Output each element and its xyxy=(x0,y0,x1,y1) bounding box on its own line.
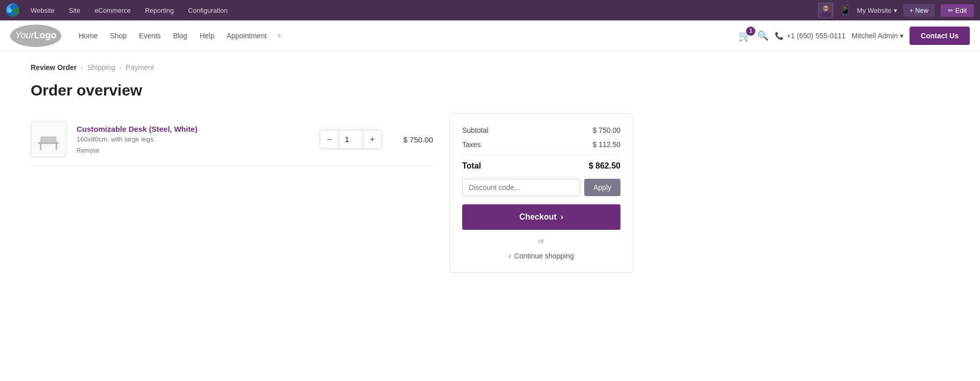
product-variant: 160x80cm, with large legs. xyxy=(77,135,309,143)
breadcrumb: Review Order › Shipping › Payment xyxy=(31,63,633,72)
subtotal-row: Subtotal $ 750.00 xyxy=(462,126,620,134)
qty-input[interactable] xyxy=(339,130,363,149)
subtotal-value: $ 750.00 xyxy=(593,126,621,134)
qty-decrease-button[interactable]: − xyxy=(320,130,339,149)
nav-appointment[interactable]: Appointment xyxy=(222,28,272,44)
phone-number: +1 (650) 555-0111 xyxy=(786,32,846,40)
qty-control[interactable]: − + xyxy=(320,130,382,149)
nav-shop[interactable]: Shop xyxy=(105,28,132,44)
total-row: Total $ 862.50 xyxy=(462,155,620,171)
remove-link[interactable]: Remove xyxy=(77,147,100,154)
search-button[interactable]: 🔍 xyxy=(757,30,769,41)
discount-row: Apply xyxy=(462,179,620,196)
nav-blog[interactable]: Blog xyxy=(168,28,193,44)
checkout-arrow: › xyxy=(561,212,563,222)
nav-links: Home Shop Events Blog Help Appointment + xyxy=(74,28,285,44)
cart-button[interactable]: 🛒 1 xyxy=(738,30,751,42)
breadcrumb-sep2: › xyxy=(119,63,122,72)
checkout-button[interactable]: Checkout › xyxy=(462,204,620,230)
cart-badge: 1 xyxy=(746,27,755,36)
taxes-value: $ 112.50 xyxy=(593,140,621,149)
nav-help[interactable]: Help xyxy=(195,28,220,44)
svg-rect-12 xyxy=(56,144,57,150)
or-divider: or xyxy=(462,237,620,245)
breadcrumb-sep1: › xyxy=(81,63,83,72)
svg-rect-11 xyxy=(40,144,41,150)
user-dropdown-arrow: ▾ xyxy=(900,32,903,40)
subtotal-label: Subtotal xyxy=(462,126,488,134)
svg-rect-5 xyxy=(821,13,831,17)
contact-us-button[interactable]: Contact Us xyxy=(910,27,970,45)
table-row: Customizable Desk (Steel, White) 160x80c… xyxy=(31,113,433,166)
taxes-label: Taxes xyxy=(462,140,481,149)
continue-arrow-icon: ‹ xyxy=(509,252,511,260)
new-button[interactable]: + New xyxy=(903,4,935,17)
nav-right: 🛒 1 🔍 📞 +1 (650) 555-0111 Mitchell Admin… xyxy=(738,27,970,45)
user-dropdown[interactable]: Mitchell Admin ▾ xyxy=(852,32,903,40)
continue-label: Continue shopping xyxy=(514,252,574,260)
product-image xyxy=(31,122,66,157)
product-name[interactable]: Customizable Desk (Steel, White) xyxy=(77,125,309,133)
nav-add-button[interactable]: + xyxy=(274,29,284,42)
admin-bar: Website Site eCommerce Reporting Configu… xyxy=(0,0,980,20)
breadcrumb-step1[interactable]: Review Order xyxy=(31,63,77,72)
odoo-logo[interactable] xyxy=(6,4,19,17)
nav-events[interactable]: Events xyxy=(134,28,166,44)
mobile-icon[interactable]: 📱 xyxy=(840,5,851,16)
total-label: Total xyxy=(462,161,481,171)
product-info: Customizable Desk (Steel, White) 160x80c… xyxy=(77,125,309,154)
logo[interactable]: YourLogo xyxy=(10,25,61,47)
user-name: Mitchell Admin xyxy=(852,32,898,40)
my-website-dropdown[interactable]: My Website ▾ xyxy=(857,7,897,14)
qty-increase-button[interactable]: + xyxy=(363,130,381,149)
breadcrumb-step2[interactable]: Shipping xyxy=(87,63,115,72)
apply-button[interactable]: Apply xyxy=(584,179,620,196)
website-nav: YourLogo Home Shop Events Blog Help Appo… xyxy=(0,20,980,51)
admin-nav-ecommerce[interactable]: eCommerce xyxy=(91,5,134,16)
admin-nav-site[interactable]: Site xyxy=(66,5,83,16)
total-value: $ 862.50 xyxy=(589,161,620,171)
admin-nav-website[interactable]: Website xyxy=(28,5,58,16)
taxes-row: Taxes $ 112.50 xyxy=(462,140,620,149)
edit-button[interactable]: ✏ Edit xyxy=(941,4,974,17)
admin-avatar[interactable] xyxy=(818,3,833,18)
page-title: Order overview xyxy=(31,82,633,99)
logo-logo: Logo xyxy=(34,30,57,40)
nav-home[interactable]: Home xyxy=(74,28,103,44)
admin-nav-configuration[interactable]: Configuration xyxy=(185,5,230,16)
order-layout: Customizable Desk (Steel, White) 160x80c… xyxy=(31,113,633,273)
main-content: Review Order › Shipping › Payment Order … xyxy=(0,51,664,285)
cart-section: Customizable Desk (Steel, White) 160x80c… xyxy=(31,113,433,166)
svg-point-2 xyxy=(13,8,18,13)
continue-shopping-link[interactable]: ‹ Continue shopping xyxy=(462,252,620,260)
discount-input[interactable] xyxy=(462,179,580,196)
breadcrumb-step3[interactable]: Payment xyxy=(126,63,154,72)
admin-nav-reporting[interactable]: Reporting xyxy=(142,5,177,16)
phone-area: 📞 +1 (650) 555-0111 xyxy=(775,32,846,40)
summary-panel: Subtotal $ 750.00 Taxes $ 112.50 Total $… xyxy=(449,113,633,273)
product-price: $ 750.00 xyxy=(392,135,433,144)
phone-icon: 📞 xyxy=(775,32,783,40)
logo-your: Your xyxy=(15,30,34,40)
